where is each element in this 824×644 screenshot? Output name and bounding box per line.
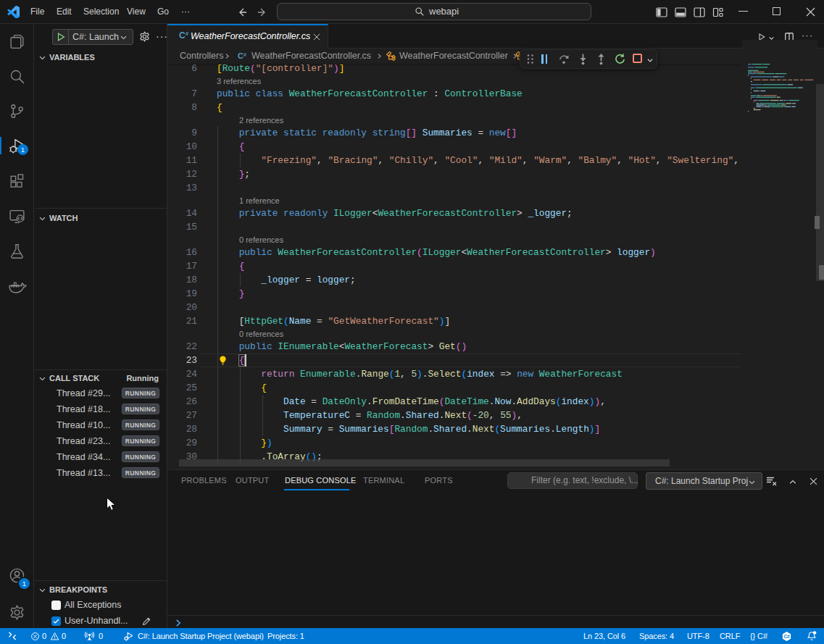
svg-text:C#: C# (783, 634, 790, 639)
